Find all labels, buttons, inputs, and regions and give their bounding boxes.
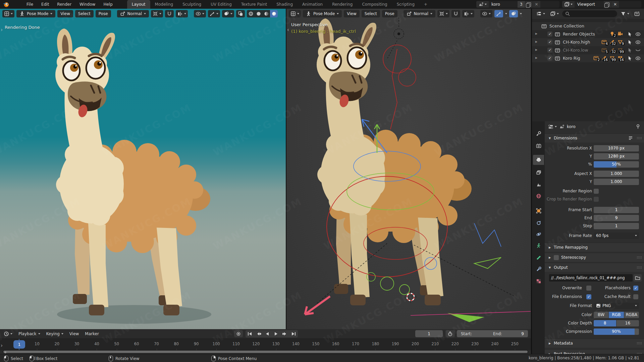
panel-dimensions[interactable]: ▼Dimensions — [545, 133, 644, 142]
expand-icon[interactable]: ▶ — [535, 32, 537, 35]
exclude-checkbox[interactable]: ✓ — [547, 48, 552, 53]
frame-end-field[interactable]: End:9 — [489, 330, 528, 337]
visibility-eye-icon[interactable] — [635, 40, 641, 45]
panel-time-remapping[interactable]: ▶Time Remapping — [545, 243, 644, 252]
expand-icon[interactable]: ▶ — [535, 40, 537, 43]
new-view-layer-button[interactable] — [604, 1, 611, 8]
prev-keyframe-button[interactable] — [255, 330, 263, 337]
snap-toggle[interactable] — [165, 10, 174, 17]
resolution-percent-slider[interactable]: 50% — [594, 161, 639, 168]
tab-bone-constraints[interactable] — [533, 264, 544, 274]
select-cursor-icon[interactable] — [627, 32, 633, 37]
tab-animation[interactable]: Animation — [298, 0, 327, 9]
exclude-checkbox[interactable]: ✓ — [547, 40, 552, 45]
resolution-x-field[interactable]: 1070 px — [594, 145, 639, 152]
outliner-item-label[interactable]: CH-Koro.low — [563, 48, 588, 53]
view-menu[interactable]: View — [57, 10, 73, 17]
editor-type-button[interactable] — [289, 10, 301, 17]
pose-menu[interactable]: Pose — [96, 10, 111, 17]
scene-name[interactable]: koro — [489, 2, 518, 7]
cache-result-checkbox[interactable] — [633, 294, 638, 299]
panel-grip[interactable] — [637, 137, 642, 140]
play-button[interactable] — [272, 330, 280, 337]
outliner-item-label[interactable]: Render Objects — [563, 32, 595, 37]
outliner-search-input[interactable] — [562, 10, 617, 17]
tab-object-data[interactable] — [533, 241, 544, 251]
view-layer-name[interactable]: Viewport — [575, 2, 603, 7]
exclude-checkbox[interactable]: ✓ — [547, 56, 552, 61]
shading-rendered-button[interactable] — [270, 10, 278, 17]
outliner-row-render-objects[interactable]: ▶✓Render Objects2 — [532, 30, 644, 38]
tab-object[interactable] — [533, 206, 544, 216]
next-keyframe-button[interactable] — [281, 330, 289, 337]
show-gizmo-toggle[interactable] — [208, 10, 220, 17]
viewport-pose[interactable]: Pose Mode View Select Pose Normal User P… — [286, 9, 531, 329]
jump-to-end-button[interactable] — [289, 330, 298, 337]
frame-start-field[interactable]: 1 — [594, 207, 639, 213]
frame-step-field[interactable]: 1 — [594, 223, 639, 229]
transform-orientation-dropdown[interactable]: Normal — [117, 10, 149, 17]
tab-modeling[interactable]: Modeling — [150, 0, 178, 9]
display-mode-dropdown[interactable] — [548, 10, 560, 17]
menu-help[interactable]: Help — [100, 0, 116, 9]
resolution-y-field[interactable]: 1280 px — [594, 153, 639, 160]
stereoscopy-checkbox[interactable] — [554, 255, 559, 260]
use-preview-range-button[interactable] — [445, 330, 455, 337]
color-rgba-button[interactable]: RGBA — [624, 312, 639, 318]
menu-window[interactable]: Window — [76, 0, 99, 9]
xray-toggle[interactable] — [236, 10, 245, 17]
timeline-scrollbar[interactable] — [3, 351, 528, 353]
object-type-visibility-dropdown[interactable] — [480, 10, 492, 17]
frame-end-field[interactable]: 9 — [594, 215, 639, 221]
shading-wireframe-button[interactable] — [247, 10, 255, 17]
tab-scripting[interactable]: Scripting — [392, 0, 419, 9]
filter-dropdown[interactable] — [619, 10, 631, 17]
outliner-item-label[interactable]: CH-Koro.high — [563, 40, 590, 45]
tab-scene[interactable] — [533, 180, 544, 190]
timeline-menu-keying[interactable]: Keying — [43, 331, 66, 336]
timeline[interactable]: PlaybackKeyingViewMarker 1 Start:1 End:9… — [0, 329, 531, 354]
visibility-eye-icon[interactable] — [635, 56, 641, 61]
timeline-ruler[interactable]: 1 10203040506070809010011012013014015016… — [0, 339, 531, 350]
tab-item[interactable]: + — [419, 0, 432, 9]
tab-constraints[interactable] — [533, 218, 544, 228]
tab-physics[interactable] — [533, 229, 544, 239]
shading-material-button[interactable] — [262, 10, 270, 17]
depth-8-button[interactable]: 8 — [594, 320, 616, 326]
tab-compositing[interactable]: Compositing — [357, 0, 392, 9]
play-reverse-button[interactable] — [263, 330, 271, 337]
outliner-item-label[interactable]: Koro Rig — [563, 56, 580, 61]
blender-logo-icon[interactable] — [3, 1, 9, 8]
panel-output[interactable]: ▼Output — [545, 263, 644, 272]
expand-icon[interactable]: ▶ — [535, 48, 537, 51]
pose-menu[interactable]: Pose — [382, 10, 397, 17]
region-toggle-icon[interactable]: › — [1, 27, 3, 33]
file-extensions-checkbox[interactable]: ✓ — [586, 294, 591, 299]
presets-icon[interactable] — [628, 135, 633, 141]
tab-bone[interactable] — [533, 253, 544, 263]
compression-slider[interactable]: 90% — [594, 328, 639, 335]
aspect-y-field[interactable]: 1.000 — [594, 179, 639, 185]
scene-icon[interactable] — [476, 1, 489, 8]
output-path-field[interactable]: //../test/koro_fallinr..rock_01_###.png — [549, 274, 633, 282]
depth-16-button[interactable]: 16 — [616, 320, 639, 326]
show-gizmo-toggle[interactable] — [494, 10, 503, 17]
timeline-menu-marker[interactable]: Marker — [82, 331, 102, 336]
region-toggle-icon[interactable]: ‹ — [287, 27, 289, 33]
panel-grip[interactable] — [637, 256, 642, 259]
tab-layout[interactable]: Layout — [127, 0, 150, 9]
tab-output[interactable] — [533, 155, 544, 165]
scene-user-count[interactable]: 3 — [518, 1, 525, 8]
pivot-point-dropdown[interactable] — [151, 10, 163, 17]
tab-uv-editing[interactable]: UV Editing — [206, 0, 236, 9]
timeline-menu-playback[interactable]: Playback — [15, 331, 43, 336]
view-layer-selector[interactable]: Viewport ✕ — [562, 1, 641, 8]
menu-file[interactable]: File — [23, 0, 37, 9]
show-overlays-toggle[interactable] — [509, 10, 518, 17]
overwrite-checkbox[interactable] — [586, 286, 591, 291]
snap-with-dropdown[interactable] — [176, 10, 188, 17]
transform-orientation-dropdown[interactable]: Normal — [404, 10, 435, 17]
render-region-checkbox[interactable] — [594, 189, 599, 194]
mode-dropdown[interactable]: Pose Mode — [16, 10, 55, 17]
view-layer-icon[interactable] — [562, 1, 575, 8]
